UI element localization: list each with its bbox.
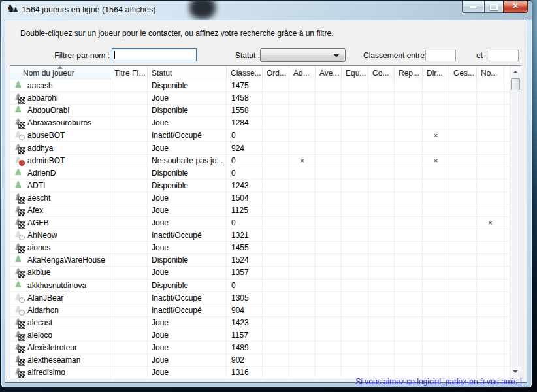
player-row[interactable]: ♟abuseBOTInactif/Occupé0×	[10, 129, 510, 142]
mark-cell-ges	[449, 80, 477, 91]
filter-name-input[interactable]	[112, 48, 197, 61]
player-row[interactable]: ♟AhNeowInactif/Occupé1321	[10, 229, 510, 242]
mark-cell-dir	[423, 242, 449, 253]
mark-cell-dir	[423, 342, 449, 353]
column-header-ord[interactable]: Ord...	[263, 66, 289, 80]
player-rating-cell: 1357	[227, 267, 263, 278]
column-header-ges[interactable]: Ges...	[449, 66, 477, 80]
mark-cell-ges	[449, 229, 477, 241]
player-status-cell: Disponible	[148, 167, 227, 179]
player-rating-cell: 1504	[227, 192, 263, 204]
player-row[interactable]: ♟aacashDisponible1475	[10, 80, 510, 92]
pawn-glyph: ♟	[14, 80, 22, 90]
column-header-co[interactable]: Co...	[368, 66, 395, 80]
mark-cell-equ	[342, 204, 368, 216]
player-status-cell: Inactif/Occupé	[148, 304, 227, 316]
mark-cell-no	[477, 342, 504, 353]
mark-cell-co	[368, 280, 395, 291]
share-software-link[interactable]: Si vous aimez ce logiciel, parlez-en à v…	[355, 377, 522, 386]
player-row[interactable]: ♟AkaRengaWareHouseDisponible1524	[10, 254, 510, 267]
mark-cell-co	[368, 342, 395, 353]
player-row[interactable]: ♟alecastJoue1423	[10, 317, 510, 329]
mark-cell-ges	[449, 204, 477, 216]
column-header-rep[interactable]: Rep...	[395, 66, 423, 80]
mark-cell-co	[368, 217, 395, 229]
playing-status-icon: ♟	[14, 342, 24, 353]
player-row[interactable]: ♟adminBOTNe souhaite pas jo...0××	[10, 155, 510, 167]
window-titlebar[interactable]: ♞ ♟ 1564 joueurs en ligne (1564 affichés…	[1, 1, 532, 20]
player-rating-cell: 0	[227, 217, 263, 229]
column-header-status[interactable]: Statut	[148, 66, 227, 80]
player-name: ADTI	[27, 181, 45, 190]
player-row[interactable]: ♟abbarohiJoue1458	[10, 92, 510, 105]
mark-cell-ges	[449, 180, 477, 191]
player-row[interactable]: ♟alelocoJoue1157	[10, 329, 510, 342]
mark-cell-rep	[395, 329, 423, 341]
rating-min-input[interactable]	[425, 50, 456, 61]
player-row[interactable]: ♟AlanJBearInactif/Occupé1305	[10, 292, 510, 304]
rating-max-input[interactable]	[489, 50, 519, 61]
column-header-dir[interactable]: Dir...	[423, 66, 449, 80]
mark-cell-rep	[395, 180, 423, 191]
player-row[interactable]: ♟akblueJoue1357	[10, 267, 510, 279]
dnd-overlay-badge	[19, 160, 25, 166]
player-row[interactable]: ♟AbraxasouroburosJoue1284	[10, 117, 510, 129]
player-row[interactable]: ♟aeschtJoue1504	[10, 192, 510, 204]
mark-cell-dir	[423, 192, 449, 204]
mark-cell-co	[368, 142, 395, 154]
column-header-name[interactable]: Nom du joueur	[10, 66, 110, 80]
close-button[interactable]: ✕	[503, 1, 528, 13]
column-header-label: No...	[481, 69, 497, 78]
mark-cell-dir	[423, 92, 449, 104]
column-header-rating[interactable]: Classe...	[227, 66, 263, 80]
column-header-title[interactable]: Titre FI...	[110, 66, 148, 80]
player-row[interactable]: ♟AfexJoue1125	[10, 204, 510, 217]
mark-cell-no	[477, 267, 504, 278]
mark-cell-ges	[449, 304, 477, 316]
player-row[interactable]: ♟AlexisletroteurJoue1489	[10, 342, 510, 354]
player-name-cell: ♟akkhusnutdinova	[10, 280, 110, 291]
inactive-overlay-badge	[19, 310, 25, 316]
scrollbar-thumb[interactable]	[511, 78, 520, 90]
player-row[interactable]: ♟AbdouOrabiDisponible1558	[10, 105, 510, 117]
player-row[interactable]: ♟ADTIDisponible1243	[10, 180, 510, 192]
player-row[interactable]: ♟AGFBJoue0×	[10, 217, 510, 229]
minimize-button[interactable]	[462, 1, 485, 13]
column-header-ad[interactable]: Ad...	[289, 66, 316, 80]
maximize-button[interactable]	[484, 1, 504, 13]
playing-status-icon: ♟	[14, 205, 24, 216]
player-rating-cell: 1316	[227, 367, 263, 378]
player-row[interactable]: ♟AldarhonInactif/Occupé904	[10, 304, 510, 317]
player-name-cell: ♟abuseBOT	[10, 129, 110, 141]
mark-cell-equ	[342, 280, 368, 291]
mark-cell-rep	[395, 242, 423, 253]
player-row[interactable]: ♟alfredisimoJoue1316	[10, 367, 510, 378]
mark-cell-dir	[423, 180, 449, 191]
mark-cell-ad	[289, 280, 316, 291]
mark-cell-co	[368, 129, 395, 141]
player-row[interactable]: ♟alextheseamanJoue902	[10, 354, 510, 367]
player-title-cell	[110, 155, 148, 167]
status-dropdown[interactable]	[260, 48, 346, 62]
mark-cell-ave	[316, 105, 342, 116]
column-header-label: Co...	[372, 69, 389, 78]
scroll-down-button[interactable]	[510, 367, 521, 377]
player-row[interactable]: ♟aionosJoue1455	[10, 242, 510, 254]
player-rating-cell: 1475	[227, 80, 263, 91]
player-title-cell	[110, 204, 148, 216]
mark-cell-ad	[289, 292, 316, 304]
player-row[interactable]: ♟addhyaJoue924	[10, 142, 510, 154]
column-header-ave[interactable]: Ave...	[316, 66, 342, 80]
column-header-equ[interactable]: Equ...	[342, 66, 368, 80]
scroll-up-button[interactable]	[510, 67, 521, 77]
player-row[interactable]: ♟akkhusnutdinovaDisponible0	[10, 280, 510, 292]
mark-cell-ad	[289, 167, 316, 179]
player-name-cell: ♟aacash	[10, 80, 110, 91]
playing-overlay-badge	[19, 272, 25, 278]
table-body: ♟aacashDisponible1475♟abbarohiJoue1458♟A…	[10, 80, 510, 378]
available-status-icon: ♟	[14, 168, 24, 178]
vertical-scrollbar[interactable]	[510, 66, 521, 378]
player-row[interactable]: ♟AdrienDDisponible0	[10, 167, 510, 180]
column-header-no[interactable]: No...	[477, 66, 504, 80]
mark-cell-co	[368, 292, 395, 304]
